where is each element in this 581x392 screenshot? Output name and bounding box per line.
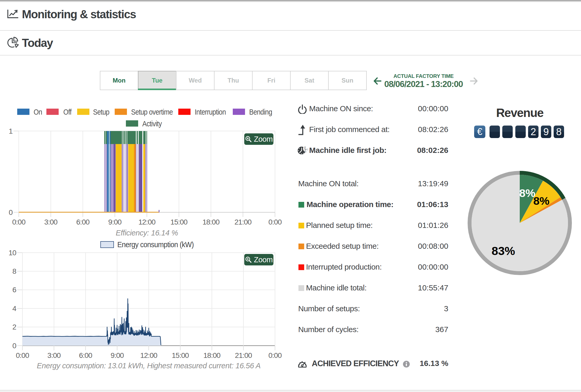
svg-text:18:00: 18:00 <box>203 351 220 359</box>
svg-text:6: 6 <box>12 286 16 294</box>
svg-text:0:00: 0:00 <box>12 218 26 226</box>
svg-text:10: 10 <box>9 249 16 257</box>
svg-text:12:00: 12:00 <box>140 351 157 359</box>
svg-text:15:00: 15:00 <box>172 351 189 359</box>
svg-text:0:00: 0:00 <box>16 351 29 359</box>
svg-text:9:00: 9:00 <box>108 218 121 226</box>
svg-text:z: z <box>307 148 308 151</box>
svg-text:8%: 8% <box>519 187 535 199</box>
svg-text:2: 2 <box>12 323 16 331</box>
svg-text:4: 4 <box>12 304 16 313</box>
svg-text:6:00: 6:00 <box>76 218 90 226</box>
svg-text:3:00: 3:00 <box>44 218 58 226</box>
svg-text:21:00: 21:00 <box>235 351 252 359</box>
svg-text:83%: 83% <box>492 244 515 258</box>
svg-text:12:00: 12:00 <box>138 218 155 226</box>
svg-text:15:00: 15:00 <box>170 218 187 226</box>
svg-text:8%: 8% <box>533 195 549 207</box>
svg-text:3:00: 3:00 <box>47 351 61 359</box>
svg-text:0: 0 <box>12 342 16 350</box>
svg-text:21:00: 21:00 <box>235 218 252 226</box>
svg-text:1: 1 <box>9 127 13 135</box>
svg-text:6:00: 6:00 <box>79 351 92 359</box>
svg-text:Z: Z <box>304 148 307 153</box>
svg-text:9:00: 9:00 <box>111 351 124 359</box>
svg-text:0:00: 0:00 <box>268 218 282 226</box>
svg-text:18:00: 18:00 <box>203 218 219 226</box>
svg-text:0:00: 0:00 <box>268 351 282 359</box>
svg-text:0: 0 <box>9 208 13 216</box>
svg-text:8: 8 <box>12 267 16 275</box>
